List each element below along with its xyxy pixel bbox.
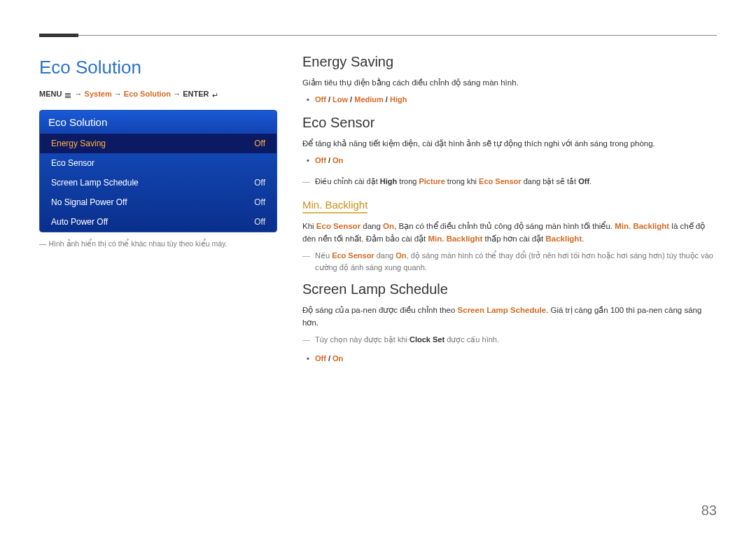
osd-row-value: Off <box>254 139 265 148</box>
screen-lamp-desc: Độ sáng của pa-nen được điều chỉnh theo … <box>302 304 717 330</box>
energy-desc: Giảm tiêu thụ điện bằng cách điều chỉnh … <box>302 77 717 90</box>
screen-lamp-options: Off / On <box>307 353 717 364</box>
osd-row-energy-saving[interactable]: Energy Saving Off <box>40 134 276 153</box>
option-line: Off / On <box>307 353 717 364</box>
breadcrumb-eco: Eco Solution <box>124 90 171 98</box>
eco-sensor-options: Off / On <box>307 155 717 166</box>
osd-row-no-signal[interactable]: No Signal Power Off Off <box>40 192 276 212</box>
min-backlight-desc: Khi Eco Sensor đang On, Bạn có thể điều … <box>302 220 717 246</box>
eco-sensor-desc: Để tăng khả năng tiết kiệm điện, cài đặt… <box>302 138 717 150</box>
option-on: On <box>332 156 343 164</box>
option-off: Off <box>315 156 326 164</box>
osd-title: Eco Solution <box>40 111 276 134</box>
heading-eco-sensor: Eco Sensor <box>302 115 717 131</box>
osd-row-value: Off <box>254 197 265 207</box>
osd-row-label: No Signal Power Off <box>51 197 127 207</box>
osd-row-label: Screen Lamp Schedule <box>51 178 139 188</box>
osd-row-label: Eco Sensor <box>51 158 94 168</box>
osd-row-value: Off <box>254 178 265 188</box>
osd-panel: Eco Solution Energy Saving Off Eco Senso… <box>39 110 277 232</box>
screen-lamp-note: Tùy chọn này được bật khi Clock Set được… <box>302 334 717 346</box>
heading-energy-saving: Energy Saving <box>302 54 717 70</box>
footnote: Hình ảnh hiển thị có thể khác nhau tùy t… <box>39 239 277 248</box>
breadcrumb: MENU → System → Eco Solution → ENTER <box>39 90 277 100</box>
osd-row-eco-sensor[interactable]: Eco Sensor <box>40 153 276 173</box>
breadcrumb-arrow: → <box>173 90 181 98</box>
breadcrumb-system: System <box>85 90 112 98</box>
enter-icon <box>212 91 218 100</box>
option-medium: Medium <box>354 95 384 104</box>
osd-row-label: Energy Saving <box>51 139 106 148</box>
osd-row-label: Auto Power Off <box>51 217 108 227</box>
page-title: Eco Solution <box>39 57 277 78</box>
option-off: Off <box>315 95 326 104</box>
breadcrumb-enter: ENTER <box>183 90 209 98</box>
eco-sensor-note: Điều chỉnh cài đặt High trong Picture tr… <box>302 176 717 188</box>
page-number: 83 <box>701 503 717 519</box>
header-rule <box>39 35 717 36</box>
heading-screen-lamp: Screen Lamp Schedule <box>302 281 717 297</box>
osd-row-screen-lamp[interactable]: Screen Lamp Schedule Off <box>40 173 276 192</box>
osd-row-auto-power-off[interactable]: Auto Power Off Off <box>40 212 276 232</box>
option-on: On <box>332 354 343 363</box>
breadcrumb-arrow: → <box>114 90 122 98</box>
breadcrumb-arrow: → <box>75 90 83 98</box>
option-low: Low <box>332 95 348 104</box>
option-line: Off / Low / Medium / High <box>307 94 717 105</box>
menu-icon <box>64 91 71 100</box>
option-off: Off <box>315 354 326 363</box>
subheading-min-backlight: Min. Backlight <box>302 199 368 213</box>
osd-row-value: Off <box>254 217 265 227</box>
option-high: High <box>390 95 407 104</box>
breadcrumb-menu: MENU <box>39 90 62 98</box>
energy-options: Off / Low / Medium / High <box>307 94 717 105</box>
min-backlight-note: Nếu Eco Sensor đang On, độ sáng màn hình… <box>302 250 717 274</box>
option-line: Off / On <box>307 155 717 166</box>
